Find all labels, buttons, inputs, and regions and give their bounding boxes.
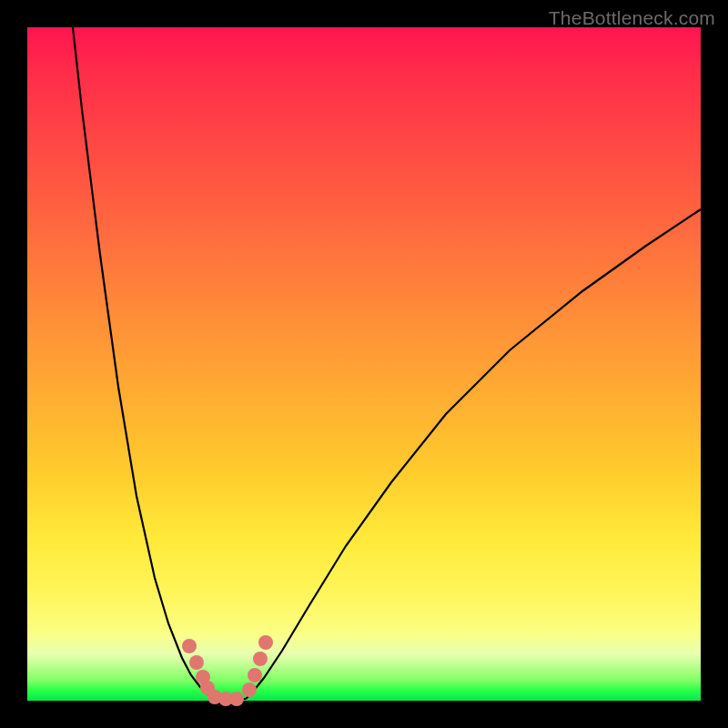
- marker-dot: [248, 668, 262, 682]
- marker-group: [182, 635, 273, 706]
- curve-layer: [27, 27, 701, 701]
- plot-area: [27, 27, 701, 701]
- marker-dot: [242, 682, 257, 697]
- chart-stage: TheBottleneck.com: [0, 0, 728, 728]
- watermark-text: TheBottleneck.com: [549, 7, 715, 29]
- marker-dot: [229, 692, 244, 706]
- marker-dot: [258, 635, 273, 650]
- marker-dot: [253, 652, 268, 666]
- marker-dot: [182, 639, 197, 653]
- right-curve: [246, 209, 701, 699]
- left-curve: [73, 27, 214, 699]
- marker-dot: [189, 655, 204, 670]
